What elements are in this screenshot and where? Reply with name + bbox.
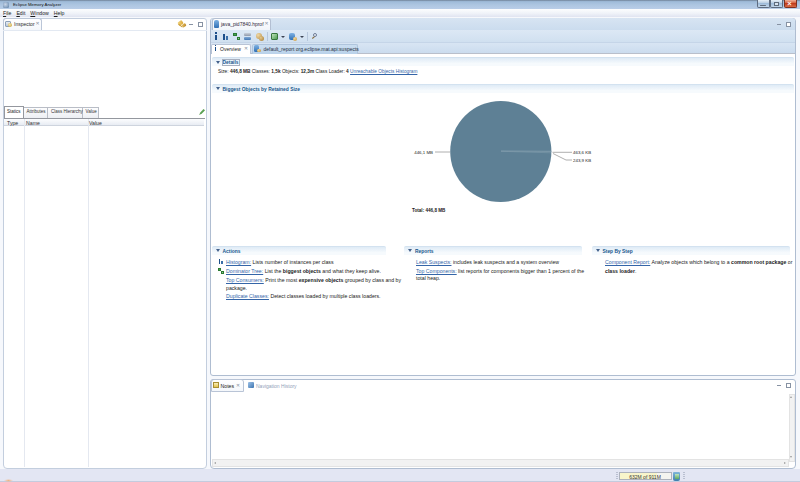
svg-text:446,1 MB: 446,1 MB [414, 150, 433, 155]
svg-text:243,9 KB: 243,9 KB [573, 158, 591, 163]
svg-text:463,6 KB: 463,6 KB [573, 150, 591, 155]
